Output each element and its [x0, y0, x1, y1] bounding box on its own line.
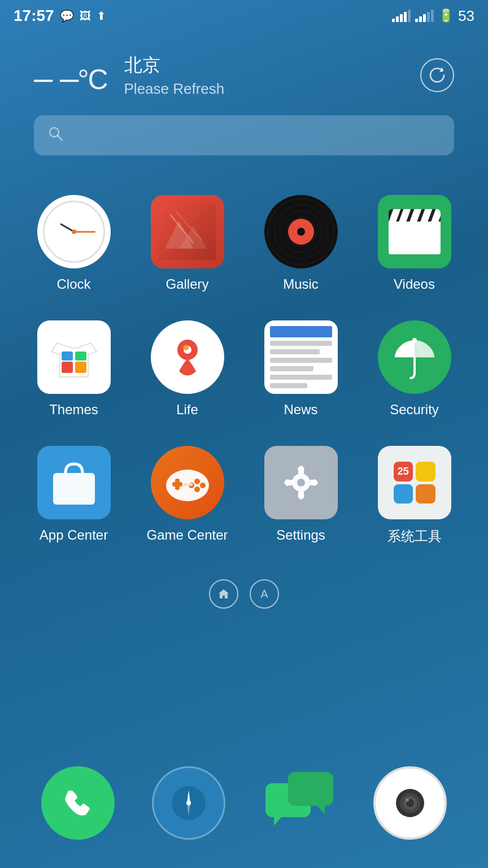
signal-bars-2	[415, 10, 434, 22]
themes-label: Themes	[49, 402, 98, 418]
a-label: A	[260, 588, 268, 601]
svg-rect-2	[159, 203, 216, 260]
app-item-life[interactable]: Life	[130, 309, 244, 435]
search-input[interactable]	[72, 127, 441, 144]
app-item-clock[interactable]: Clock	[17, 184, 130, 309]
sys-cell-blue	[394, 484, 413, 504]
app-item-systemtools[interactable]: 25 系统工具	[358, 435, 471, 562]
refresh-button[interactable]	[420, 58, 454, 92]
settings-icon	[264, 446, 338, 519]
page-dots: A	[0, 574, 488, 626]
phone-icon	[61, 786, 95, 820]
clap-stripe	[420, 209, 433, 223]
app-item-themes[interactable]: Themes	[17, 309, 130, 435]
weather-section: – –°C 北京 Please Refresh	[0, 29, 488, 115]
signal-bars-1	[392, 10, 411, 22]
sys-cell-orange	[416, 484, 435, 504]
weather-info: 北京 Please Refresh	[124, 53, 225, 98]
svg-rect-22	[53, 473, 95, 505]
music-icon	[264, 195, 338, 268]
sys-cell-calendar: 25	[394, 462, 413, 481]
vinyl-hole	[297, 228, 305, 236]
signal-bar	[431, 10, 434, 22]
app-item-videos[interactable]: Videos	[358, 184, 471, 309]
signal-bar	[415, 19, 418, 22]
svg-rect-8	[75, 362, 86, 373]
newspaper	[264, 320, 338, 394]
time-display: 17:57	[14, 7, 54, 25]
gamecenter-icon	[151, 446, 224, 519]
home-icon	[217, 588, 230, 600]
videos-icon	[378, 195, 451, 268]
systemtools-label: 系统工具	[387, 527, 442, 545]
news-line	[270, 375, 332, 380]
app-item-gamecenter[interactable]: Game Center	[130, 435, 244, 562]
svg-point-27	[194, 479, 200, 484]
clock-center-dot	[72, 229, 76, 234]
app-item-news[interactable]: News	[244, 309, 358, 435]
svg-point-34	[297, 479, 305, 487]
signal-bar	[392, 19, 395, 22]
svg-rect-7	[62, 362, 73, 373]
clap-stripe	[389, 209, 400, 223]
gamecenter-label: Game Center	[146, 527, 228, 543]
gallery-label: Gallery	[165, 276, 208, 292]
battery-icon: 🔋	[438, 8, 454, 23]
dock-messages[interactable]	[263, 766, 336, 840]
app-item-security[interactable]: Security	[358, 309, 471, 435]
svg-rect-31	[184, 483, 188, 486]
dock-camera[interactable]	[373, 766, 447, 840]
sys-cell-yellow	[416, 462, 435, 481]
news-line	[270, 358, 332, 363]
city-name: 北京	[124, 53, 225, 78]
svg-rect-9	[62, 351, 73, 361]
messages-icon	[265, 772, 333, 834]
svg-rect-50	[288, 772, 333, 806]
app-item-music[interactable]: Music	[244, 184, 358, 309]
svg-rect-26	[175, 479, 180, 490]
clock-minute-hand	[74, 231, 95, 233]
security-icon	[378, 320, 451, 394]
settings-label: Settings	[276, 527, 325, 543]
life-icon	[151, 320, 224, 394]
camera-icon	[390, 783, 430, 823]
life-label: Life	[176, 402, 198, 418]
app-grid: Clock Gallery	[0, 184, 488, 562]
app-item-gallery[interactable]: Gallery	[130, 184, 244, 309]
app-item-appcenter[interactable]: App Center	[17, 435, 130, 562]
gallery-svg	[159, 203, 216, 260]
signal-bar	[408, 10, 411, 22]
search-bar[interactable]	[34, 115, 454, 155]
clap-stripe	[409, 209, 422, 223]
clock-label: Clock	[56, 276, 90, 292]
signal-bar	[427, 12, 430, 22]
music-label: Music	[283, 276, 319, 292]
clap-stripe	[399, 209, 411, 223]
news-line	[270, 341, 332, 346]
dock-speedtest[interactable]	[152, 766, 225, 840]
clap-stripe	[430, 209, 440, 223]
clapboard-body	[389, 222, 441, 254]
status-left: 17:57 💬 🖼 ⬆	[14, 7, 106, 25]
a-dot[interactable]: A	[250, 579, 279, 609]
security-svg	[384, 326, 446, 388]
clapboard-top	[389, 209, 441, 223]
signal-bar	[423, 14, 426, 22]
svg-point-21	[412, 338, 417, 342]
videos-label: Videos	[394, 276, 435, 292]
clock-face	[43, 201, 105, 263]
themes-icon	[37, 320, 111, 394]
svg-line-1	[58, 136, 62, 140]
compass-icon	[169, 783, 208, 823]
svg-point-28	[200, 483, 206, 488]
svg-point-29	[194, 487, 200, 492]
home-dot[interactable]	[209, 579, 238, 609]
svg-marker-49	[274, 816, 282, 826]
gallery-icon	[151, 195, 224, 268]
news-header	[270, 326, 332, 337]
systemtools-icon: 25	[378, 446, 451, 519]
themes-svg	[46, 329, 102, 385]
app-item-settings[interactable]: Settings	[244, 435, 358, 562]
dock-phone[interactable]	[41, 766, 115, 840]
search-icon	[47, 125, 63, 145]
